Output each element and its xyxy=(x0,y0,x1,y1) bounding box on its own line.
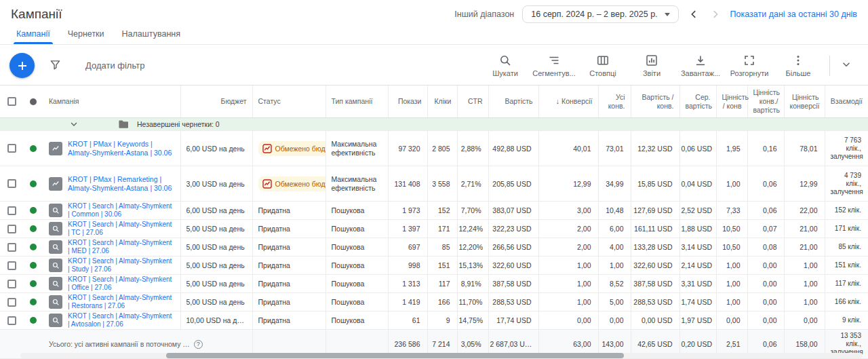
campaign-row: KROT | PMax | Remarketing | Almaty-Shymk… xyxy=(0,166,868,202)
metric-cell: 1,00 xyxy=(716,257,747,275)
column-header[interactable]: Усі конв. xyxy=(598,86,631,118)
column-header[interactable]: ↓Конверсії xyxy=(538,86,598,118)
metric-cell: 5,00 xyxy=(598,293,631,311)
row-checkbox[interactable] xyxy=(7,280,16,288)
metric-cell: 0,00 xyxy=(747,311,784,330)
budget-cell: 5,00 USD на день xyxy=(180,238,252,257)
interactions-cell: 152 клік. xyxy=(825,202,868,220)
campaign-link[interactable]: KROT | PMax | Keywords | Almaty-Shymkent… xyxy=(68,140,175,157)
expand-icon xyxy=(743,54,755,67)
trend-line-icon xyxy=(51,179,60,189)
add-filter-input[interactable]: Додати фільтр xyxy=(85,60,144,71)
campaigns-table: КампаніяБюджетСтатусТип кампаніїПоказиКл… xyxy=(0,86,868,359)
add-campaign-button[interactable] xyxy=(9,53,35,78)
metric-cell: 2,71% xyxy=(457,166,488,202)
action-label: Завантаж... xyxy=(681,69,720,77)
campaign-link[interactable]: KROT | Search | Almaty-Shymkent | Office… xyxy=(68,276,175,292)
tab-campaigns[interactable]: Кампанії xyxy=(9,24,57,44)
campaign-name-cell: KROT | Search | Almaty-Shymkent | MED | … xyxy=(43,238,180,257)
metric-cell: 34,99 xyxy=(598,166,631,202)
column-header[interactable]: Кампанія xyxy=(43,86,180,118)
status-cell: Придатна xyxy=(252,257,326,275)
limited-budget-chip[interactable]: Обмежено бюджет xyxy=(258,141,326,156)
tab-settings[interactable]: Налаштування xyxy=(115,24,187,44)
row-checkbox[interactable] xyxy=(7,206,16,215)
row-checkbox[interactable] xyxy=(7,261,16,270)
collapse-toolbar-button[interactable] xyxy=(837,55,861,76)
row-checkbox[interactable] xyxy=(7,316,16,325)
budget-wrap: 6,00 USD на день xyxy=(186,206,247,216)
download-button[interactable]: Завантаж... xyxy=(676,52,725,80)
campaign-link[interactable]: KROT | Search | Almaty-Shymkent | Study … xyxy=(68,257,175,273)
show-last-30-days-link[interactable]: Показати дані за останні 30 днів xyxy=(730,10,857,19)
previous-range-button[interactable] xyxy=(687,9,701,20)
download-icon xyxy=(694,54,707,67)
budget-value: 6,00 USD на день xyxy=(186,206,245,214)
more-button[interactable]: Більше xyxy=(774,52,823,80)
metric-cell: 0,00 xyxy=(716,311,747,330)
column-header[interactable]: Сер. вартість xyxy=(679,86,716,118)
row-checkbox[interactable] xyxy=(7,225,16,233)
search-campaign-icon xyxy=(49,222,62,235)
column-header[interactable]: Цінність конв./ вартість xyxy=(747,86,784,118)
expand-button[interactable]: Розгорнути xyxy=(725,52,774,80)
scrollbar-thumb[interactable] xyxy=(166,353,624,358)
campaign-row: KROT | Search | Almaty-Shymkent | Office… xyxy=(0,275,868,293)
metric-cell: 697 xyxy=(388,238,427,257)
campaign-link[interactable]: KROT | Search | Almaty-Shymkent | Restor… xyxy=(68,294,175,310)
row-checkbox[interactable] xyxy=(7,144,16,153)
column-header[interactable]: Покази xyxy=(388,86,427,118)
limited-budget-chip[interactable]: Обмежено бюджет xyxy=(258,176,326,191)
campaign-type-cell: Пошукова xyxy=(326,220,388,238)
column-header[interactable]: Цінність / конв xyxy=(716,86,747,118)
metric-cell: 2,14 USD xyxy=(679,257,716,275)
column-header[interactable]: Статус xyxy=(252,86,326,118)
column-header[interactable]: Тип кампанії xyxy=(326,86,388,118)
action-label: Шукати xyxy=(492,69,518,77)
search-campaign-icon xyxy=(49,295,62,309)
metric-cell: 2,52 USD xyxy=(679,202,716,220)
column-header[interactable]: Цінність конверсії xyxy=(784,86,825,118)
campaign-link[interactable]: KROT | Search | Almaty-Shymkent | Avtosa… xyxy=(68,312,175,328)
column-header[interactable]: Бюджет xyxy=(180,86,252,118)
chevron-down-icon xyxy=(841,59,852,70)
column-header[interactable]: Кліки xyxy=(427,86,457,118)
tab-label: Чернетки xyxy=(68,29,104,39)
column-header[interactable]: CTR xyxy=(457,86,488,118)
date-range-selector[interactable]: 16 серп. 2024 р. – 2 вер. 2025 р. xyxy=(522,5,678,23)
row-checkbox[interactable] xyxy=(7,179,16,188)
metric-cell: 14,75% xyxy=(457,311,488,330)
status-cell: Придатна xyxy=(252,311,326,330)
metric-cell: 0,06 xyxy=(747,202,784,220)
search-button[interactable]: Шукати xyxy=(481,52,530,80)
interactions-cell: 85 клік. xyxy=(825,238,868,257)
filter-button[interactable] xyxy=(47,56,64,75)
metric-cell: 21,00 xyxy=(784,238,825,257)
row-checkbox[interactable] xyxy=(7,298,16,307)
select-all-checkbox[interactable] xyxy=(7,97,16,106)
help-icon[interactable] xyxy=(194,340,203,349)
segment-button[interactable]: Сегментув... xyxy=(530,52,578,80)
status-enabled-icon xyxy=(30,225,37,232)
campaign-link[interactable]: KROT | Search | Almaty-Shymkent | TC | 2… xyxy=(68,221,175,237)
next-range-button[interactable] xyxy=(709,9,722,20)
campaign-link[interactable]: KROT | PMax | Remarketing | Almaty-Shymk… xyxy=(68,175,175,192)
search-campaign-icon xyxy=(49,204,62,217)
budget-cell: 5,00 USD на день xyxy=(180,220,252,238)
status-column-header xyxy=(23,86,43,118)
reports-button[interactable]: Звіти xyxy=(627,52,676,80)
campaign-link[interactable]: KROT | Search | Almaty-Shymkent | Common… xyxy=(68,202,175,219)
campaign-link[interactable]: KROT | Search | Almaty-Shymkent | MED | … xyxy=(68,239,175,255)
metric-cell: 0,04 USD xyxy=(679,166,716,202)
campaign-name-cell: KROT | PMax | Remarketing | Almaty-Shymk… xyxy=(43,166,180,202)
tab-drafts[interactable]: Чернетки xyxy=(61,24,111,44)
row-checkbox[interactable] xyxy=(7,243,16,252)
column-header[interactable]: Вартість / конв. xyxy=(631,86,679,118)
metric-cell: 2 805 xyxy=(427,131,457,166)
chevron-down-icon[interactable] xyxy=(69,119,79,129)
row-check-cell xyxy=(0,131,23,166)
column-header[interactable]: Вартість xyxy=(488,86,538,118)
column-header[interactable]: Взаємодії xyxy=(825,86,868,118)
columns-button[interactable]: Стовпці xyxy=(578,52,627,80)
metric-cell: 10,50 xyxy=(716,220,747,238)
